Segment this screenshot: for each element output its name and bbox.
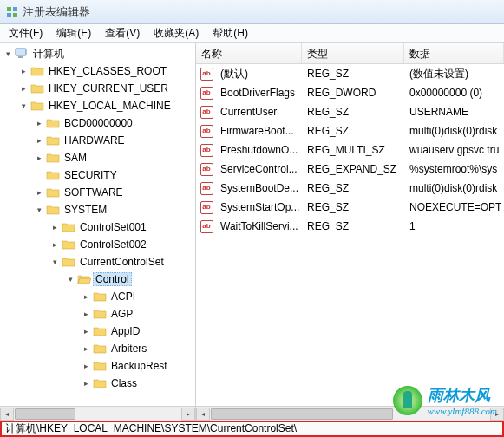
collapse-icon[interactable]: ▾	[19, 101, 29, 111]
list-row[interactable]: abBootDriverFlagsREG_DWORD0x00000000 (0)	[196, 83, 504, 102]
cell-name: BootDriverFlags	[215, 85, 302, 101]
list-row[interactable]: ab(默认)REG_SZ(数值未设置)	[196, 64, 504, 83]
expand-icon[interactable]: ▸	[82, 344, 91, 354]
cell-data: multi(0)disk(0)rdisk	[404, 123, 504, 139]
scroll-left-icon[interactable]: ◂	[196, 408, 210, 421]
cell-type: REG_SZ	[302, 104, 404, 120]
tree-item-sam[interactable]: ▸ SAM	[0, 149, 195, 166]
tree-item-acpi[interactable]: ▸ ACPI	[0, 288, 195, 305]
tree-label: CurrentControlSet	[77, 255, 167, 269]
menu-file[interactable]: 文件(F)	[2, 24, 49, 42]
expand-icon[interactable]: ▸	[82, 292, 91, 302]
folder-icon	[62, 256, 75, 268]
menu-help[interactable]: 帮助(H)	[206, 24, 255, 42]
tree-item-hardware[interactable]: ▸ HARDWARE	[0, 132, 195, 149]
expand-icon[interactable]: ▸	[35, 136, 44, 146]
expand-icon[interactable]: ▸	[35, 119, 44, 128]
window-title: 注册表编辑器	[23, 4, 90, 20]
folder-icon	[30, 100, 44, 112]
col-data[interactable]: 数据	[404, 43, 504, 63]
tree-item-control[interactable]: ▾ Control	[0, 271, 195, 288]
computer-icon	[15, 48, 29, 60]
cell-name: FirmwareBoot...	[215, 123, 302, 139]
tree-item-hkcu[interactable]: ▸ HKEY_CURRENT_USER	[0, 80, 195, 97]
tree-item-arbiters[interactable]: ▸ Arbiters	[0, 340, 195, 357]
scroll-thumb[interactable]	[211, 408, 393, 420]
tree-item-hklm[interactable]: ▾ HKEY_LOCAL_MACHINE	[0, 97, 195, 114]
tree-pane[interactable]: ▾ 计算机 ▸ HKEY_CLASSES_ROOT ▸ HKEY_CURRENT…	[0, 43, 196, 406]
tree-label: ControlSet001	[77, 220, 149, 234]
folder-icon	[46, 117, 60, 129]
expand-icon[interactable]: ▸	[82, 362, 91, 371]
tree-item-cs002[interactable]: ▸ ControlSet002	[0, 236, 195, 253]
tree-item-hkcr[interactable]: ▸ HKEY_CLASSES_ROOT	[0, 62, 195, 80]
list-row[interactable]: abPreshutdownO...REG_MULTI_SZwuauserv gp…	[196, 140, 504, 160]
expand-icon[interactable]: ▸	[35, 188, 44, 198]
list-row[interactable]: abServiceControl...REG_EXPAND_SZ%systemr…	[196, 160, 504, 179]
string-value-icon: ab	[200, 124, 213, 138]
collapse-icon[interactable]: ▾	[35, 205, 44, 215]
tree-label: SOFTWARE	[62, 186, 126, 199]
menu-favorites[interactable]: 收藏夹(A)	[147, 24, 206, 42]
list-row[interactable]: abWaitToKillServi...REG_SZ1	[196, 217, 504, 236]
expand-icon[interactable]: ▸	[19, 84, 29, 94]
list-row[interactable]: abCurrentUserREG_SZUSERNAME	[196, 102, 504, 121]
tree-label: SYSTEM	[62, 203, 109, 217]
tree-label: Arbiters	[108, 342, 149, 355]
svg-rect-0	[7, 7, 11, 11]
expand-icon[interactable]: ▸	[50, 223, 60, 232]
folder-icon	[93, 325, 107, 337]
tree-item-computer[interactable]: ▾ 计算机	[0, 45, 195, 62]
cell-name: (默认)	[215, 65, 302, 83]
tree-item-system[interactable]: ▾ SYSTEM	[0, 201, 195, 218]
cell-name: SystemBootDe...	[215, 180, 302, 196]
folder-icon	[93, 360, 107, 372]
scroll-track[interactable]	[14, 408, 181, 421]
scroll-right-icon[interactable]: ▸	[490, 408, 504, 421]
expand-icon[interactable]: ▸	[50, 240, 60, 250]
tree-item-appid[interactable]: ▸ AppID	[0, 323, 195, 340]
tree-item-cs001[interactable]: ▸ ControlSet001	[0, 218, 195, 236]
string-value-icon: ab	[200, 181, 213, 195]
tree-item-backuprest[interactable]: ▸ BackupRest	[0, 357, 195, 375]
folder-icon	[30, 82, 44, 95]
tree-item-security[interactable]: SECURITY	[0, 166, 195, 184]
expand-icon[interactable]: ▸	[82, 379, 91, 388]
list-header: 名称 类型 数据	[196, 43, 504, 64]
tree-item-software[interactable]: ▸ SOFTWARE	[0, 184, 195, 201]
tree-item-class[interactable]: ▸ Class	[0, 375, 195, 392]
svg-rect-2	[7, 13, 11, 17]
expand-icon[interactable]: ▸	[82, 327, 91, 336]
scroll-right-icon[interactable]: ▸	[181, 408, 195, 421]
scroll-thumb[interactable]	[15, 408, 75, 420]
scroll-left-icon[interactable]: ◂	[0, 408, 14, 421]
tree-item-agp[interactable]: ▸ AGP	[0, 305, 195, 323]
cell-name: SystemStartOp...	[215, 199, 302, 215]
cell-type: REG_SZ	[302, 123, 404, 139]
tree-label: SECURITY	[62, 168, 120, 182]
expand-icon[interactable]: ▸	[19, 67, 29, 76]
list-row[interactable]: abSystemStartOp...REG_SZ NOEXECUTE=OPT	[196, 198, 504, 217]
tree-item-ccs[interactable]: ▾ CurrentControlSet	[0, 253, 195, 271]
folder-icon	[62, 221, 75, 233]
cell-data: wuauserv gpsvc tru	[404, 142, 504, 158]
scroll-track[interactable]	[210, 408, 490, 421]
folder-icon	[46, 169, 60, 181]
folder-icon	[62, 238, 75, 251]
col-name[interactable]: 名称	[196, 43, 302, 63]
tree-hscroll[interactable]: ◂ ▸	[0, 407, 196, 421]
menu-edit[interactable]: 编辑(E)	[49, 24, 98, 42]
tree-label-selected: Control	[93, 272, 132, 286]
collapse-icon[interactable]: ▾	[50, 258, 60, 267]
expand-icon[interactable]: ▸	[82, 310, 91, 319]
collapse-icon[interactable]: ▾	[66, 275, 75, 284]
list-row[interactable]: abFirmwareBoot...REG_SZmulti(0)disk(0)rd…	[196, 121, 504, 140]
expand-icon[interactable]: ▸	[35, 153, 44, 163]
tree-item-bcd[interactable]: ▸ BCD00000000	[0, 114, 195, 132]
menu-view[interactable]: 查看(V)	[98, 24, 147, 42]
collapse-icon[interactable]: ▾	[3, 49, 13, 59]
col-type[interactable]: 类型	[302, 43, 404, 63]
list-pane[interactable]: 名称 类型 数据 ab(默认)REG_SZ(数值未设置)abBootDriver…	[196, 43, 504, 406]
list-hscroll[interactable]: ◂ ▸	[196, 407, 504, 421]
list-row[interactable]: abSystemBootDe...REG_SZmulti(0)disk(0)rd…	[196, 179, 504, 198]
